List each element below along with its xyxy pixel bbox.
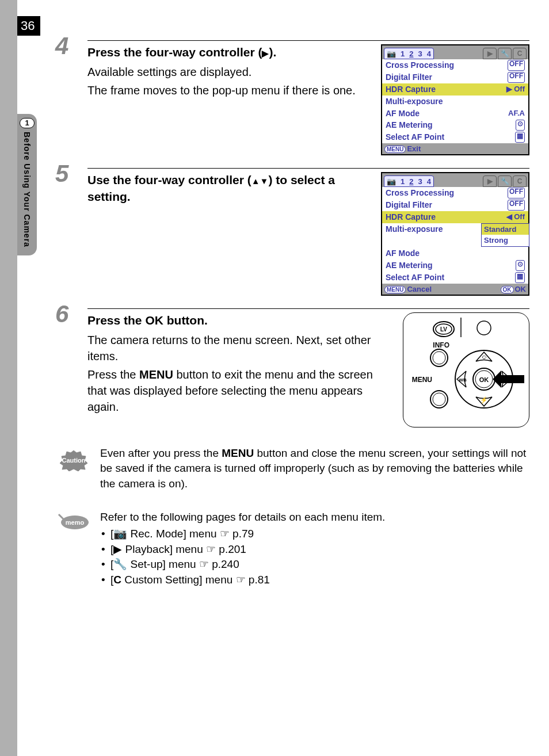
step-5-title: Use the four-way controller (▲▼) to sele… [87, 172, 373, 205]
menu-row-highlighted: HDR Capture◀ Off [382, 211, 528, 223]
menu-footer: MENUCancel OKOK [382, 284, 528, 295]
step-4-title-pre: Press the four-way controller ( [87, 45, 262, 59]
step-4-desc-line-1: Available settings are displayed. [87, 64, 373, 80]
tab-page-1: 1 [398, 48, 407, 59]
off-icon: OFF [508, 188, 525, 198]
playback-tab-icon: ▶ [483, 175, 497, 187]
tab-page-3: 3 [415, 48, 424, 59]
svg-text:⚡: ⚡ [480, 396, 488, 404]
menu-row-label: Digital Filter [386, 72, 432, 83]
menu-row-label: Select AF Point [386, 272, 444, 283]
menu-row: Select AF Point▦ [382, 131, 528, 143]
footer-ok-label: OK [515, 285, 527, 293]
memo-item-label: Custom Setting] menu [121, 574, 236, 586]
footer-cancel-label: Cancel [407, 285, 432, 293]
memo-item-label: Rec. Mode] menu [127, 528, 220, 540]
up-down-arrow-icon: ▲▼ [251, 176, 269, 186]
svg-text:OK: OK [479, 376, 489, 383]
custom-icon: C [113, 574, 121, 586]
menu-row-highlighted: HDR Capture▶ Off [382, 83, 528, 96]
menu-row-label: Cross Processing [386, 60, 454, 71]
step-4-title: Press the four-way controller (▶). [87, 44, 373, 60]
footer-exit-label: Exit [407, 144, 421, 153]
caution-icon: Caution [58, 446, 90, 492]
popup-menu: Standard Strong [481, 223, 529, 247]
page-ref: p.81 [249, 574, 270, 586]
menu-row-label: AE Metering [386, 260, 433, 271]
menu-row-value: ▶ Off [506, 84, 525, 95]
menu-row-value: AF.A [508, 108, 525, 119]
menu-row-value: ◀ Off [506, 212, 525, 223]
svg-point-4 [477, 321, 491, 335]
camera-diagram-svg: LV INFO MENU ⏲ [403, 313, 530, 428]
tab-page-1: 1 [398, 176, 407, 186]
menu-tab-bar: 📷 1 2 3 4 ▶ 🔧 C [382, 173, 528, 187]
menu-screenshot-2: 📷 1 2 3 4 ▶ 🔧 C Cross ProcessingOFF Digi… [381, 172, 529, 295]
camera-icon: 📷 [384, 48, 398, 59]
menu-row: Multi-exposure Standard Strong [382, 223, 528, 247]
menu-row: Cross ProcessingOFF [382, 187, 528, 199]
memo-item-label: Set-up] menu [127, 558, 199, 570]
svg-point-7 [433, 352, 445, 364]
menu-row: Cross ProcessingOFF [382, 59, 528, 71]
menu-row-label: Multi-exposure [386, 96, 443, 107]
menu-row-label: AF Mode [386, 108, 420, 119]
menu-row: Select AF Point▦ [382, 272, 528, 284]
menu-row: Digital FilterOFF [382, 199, 528, 211]
menu-row-label: HDR Capture [386, 84, 436, 95]
page-ref: p.79 [232, 528, 254, 540]
memo-text: Refer to the following pages for details… [100, 510, 529, 587]
page-content: 4 Press the four-way controller (▶). Ava… [58, 40, 529, 587]
step-6-description: The camera returns to the menu screen. N… [87, 332, 395, 415]
step-6-title: Press the OK button. [87, 312, 395, 329]
setup-tab-icon: 🔧 [498, 48, 512, 59]
menu-button-label: MENU [384, 146, 406, 153]
chapter-side-tab: 1 Before Using Your Camera [17, 114, 37, 255]
af-point-icon: ▦ [515, 132, 525, 143]
tab-page-2: 2 [407, 48, 415, 59]
camera-back-diagram: LV INFO MENU ⏲ [403, 312, 529, 427]
popup-option: Strong [482, 235, 529, 246]
menu-row-label: Multi-exposure [386, 224, 443, 247]
camera-icon: 📷 [384, 176, 398, 186]
popup-option-highlighted: Standard [482, 224, 529, 235]
off-icon: OFF [508, 200, 525, 211]
step-5-title-pre: Use the four-way controller ( [87, 173, 251, 186]
caution-text: Even after you press the MENU button and… [100, 446, 529, 492]
page-ref: p.201 [219, 543, 246, 555]
menu-row: AF Mode [382, 247, 528, 259]
svg-point-10 [433, 393, 445, 406]
off-icon: OFF [508, 72, 525, 83]
step-number: 4 [55, 32, 68, 60]
custom-tab-icon: C [513, 48, 527, 59]
step-6-title-pre: Press the [87, 314, 145, 327]
step-6-title-post: button. [163, 314, 208, 327]
svg-text:⏲: ⏲ [482, 354, 487, 360]
tab-page-4: 4 [425, 48, 433, 59]
af-point-icon: ▦ [515, 272, 525, 283]
menu-row-label: Digital Filter [386, 200, 432, 211]
playback-tab-icon: ▶ [483, 48, 497, 59]
off-icon: OFF [508, 60, 525, 71]
menu-screenshot-1: 📷 1 2 3 4 ▶ 🔧 C Cross ProcessingOFF Digi… [381, 44, 529, 155]
step-4-desc-line-2: The frame moves to the pop-up menu if th… [87, 82, 373, 98]
menu-row-label: AE Metering [386, 120, 433, 131]
step-4-description: Available settings are displayed. The fr… [87, 64, 373, 98]
menu-row-label: HDR Capture [386, 212, 436, 223]
camera-icon: 📷 [113, 528, 127, 540]
memo-item: [🔧 Set-up] menu ☞ p.240 [100, 557, 529, 572]
chapter-number-badge: 1 [20, 118, 35, 128]
tab-page-4: 4 [425, 176, 433, 186]
svg-text:Caution: Caution [62, 457, 86, 464]
right-arrow-icon: ▶ [262, 48, 269, 58]
menu-row: AE Metering⊙ [382, 119, 528, 131]
ok-button-label: OK [501, 286, 514, 293]
svg-text:WB: WB [459, 377, 467, 383]
page-number: 36 [17, 16, 40, 36]
memo-item: [▶ Playback] menu ☞ p.201 [100, 542, 529, 558]
menu-item-list: Cross ProcessingOFF Digital FilterOFF HD… [382, 187, 528, 283]
menu-item-list: Cross ProcessingOFF Digital FilterOFF HD… [382, 59, 528, 143]
menu-row: Digital FilterOFF [382, 71, 528, 83]
menu-row: AE Metering⊙ [382, 259, 528, 272]
caution-note: Caution Even after you press the MENU bu… [58, 446, 529, 492]
